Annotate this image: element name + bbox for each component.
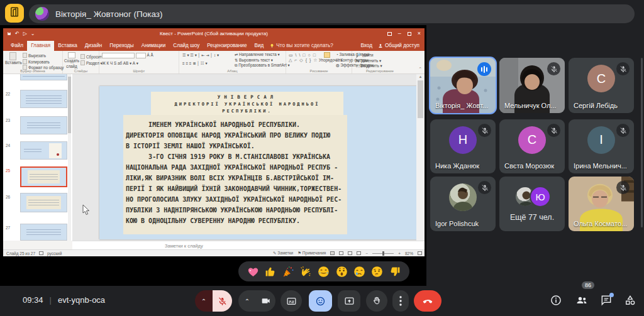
participant-tile[interactable]: І Ірина Мельнич...: [569, 119, 634, 173]
reactions-button[interactable]: [309, 290, 332, 312]
spellcheck-icon[interactable]: [39, 251, 43, 255]
astonished-face-icon[interactable]: [335, 265, 348, 278]
present-button[interactable]: [338, 290, 360, 312]
tab-home[interactable]: Главная: [27, 41, 54, 51]
slide-thumbnail-27[interactable]: [20, 224, 67, 241]
thumb-number-selected: 25: [6, 168, 10, 173]
participant-tile[interactable]: Вікторія_ Жовт...: [430, 58, 496, 113]
thumbs-up-icon[interactable]: [264, 265, 277, 278]
font-style-buttons[interactable]: Ж К Ч S аб АВ ▾ А ▾: [102, 61, 138, 67]
close-button[interactable]: ×: [418, 31, 421, 36]
ribbon-options-icon[interactable]: [387, 32, 392, 36]
slide-thumbnail-23[interactable]: [20, 116, 67, 134]
slide-thumbnail-partial[interactable]: [20, 74, 67, 80]
slide-scrollbar[interactable]: ▴: [416, 74, 425, 241]
font-size-box[interactable]: [136, 53, 146, 58]
app-logo[interactable]: [5, 4, 24, 23]
shapes-gallery[interactable]: ▭ \ \ □ ○ □△ ⌐ ◇ { } ☆: [289, 53, 318, 62]
restore-button[interactable]: [408, 32, 411, 36]
collapse-ribbon-icon[interactable]: ⌃: [418, 67, 422, 72]
people-button[interactable]: [575, 294, 589, 309]
ppt-window-title: Квест - PowerPoint (Сбой активации проду…: [3, 31, 425, 36]
smartart-button[interactable]: ⧉ Преобразовать в SmartArt ▾: [235, 63, 290, 68]
notes-pane[interactable]: Заметки к слайду: [72, 241, 425, 249]
participant-tile[interactable]: Н Ника Жданюк: [430, 119, 496, 173]
mic-options-button[interactable]: ⌃: [195, 290, 213, 312]
normal-view-icon[interactable]: [330, 251, 335, 255]
avatar: С: [518, 126, 546, 154]
party-popper-icon[interactable]: [282, 265, 295, 278]
select-button[interactable]: ⬚ Выделить ▾: [356, 63, 382, 69]
participant-tile[interactable]: Igor Polishcuk: [430, 177, 496, 231]
slide-thumbnail-22[interactable]: [20, 90, 67, 108]
tab-review[interactable]: Рецензирование: [203, 41, 250, 51]
slide-thumbnail-panel[interactable]: 22 23 24 25 26: [3, 74, 72, 241]
crying-face-icon[interactable]: [353, 265, 366, 278]
tab-view[interactable]: Вид: [251, 41, 268, 51]
slide-thumbnail-26[interactable]: [20, 193, 67, 212]
zoom-slider[interactable]: [372, 253, 394, 254]
info-button[interactable]: [550, 294, 562, 309]
more-options-button[interactable]: [392, 290, 409, 312]
cut-button[interactable]: Вырезать: [23, 53, 64, 59]
tab-file[interactable]: Файл: [7, 41, 27, 51]
align-text-button[interactable]: ⇅ Выровнять текст ▾: [235, 58, 290, 63]
copy-button[interactable]: Копировать: [23, 59, 64, 65]
slideshow-view-icon[interactable]: [357, 251, 361, 255]
arrange-button[interactable]: Упорядочить: [319, 52, 335, 63]
presentation-title-pill: Вікторія_ Жовтоног (Показ): [29, 4, 635, 23]
captions-button[interactable]: [280, 290, 302, 312]
notes-toggle[interactable]: ✎ Заметки: [273, 251, 293, 256]
slide-thumbnail-25-selected[interactable]: [20, 166, 67, 187]
tab-insert[interactable]: Вставка: [54, 41, 80, 51]
participant-tile[interactable]: С Свєта Морозюк: [499, 119, 565, 173]
camera-button[interactable]: [256, 290, 275, 312]
thumbnail-scrollbar[interactable]: [68, 74, 71, 241]
share-button[interactable]: Общий доступ: [378, 43, 419, 48]
minimize-button[interactable]: –: [398, 31, 401, 36]
replace-button[interactable]: ↹ Заменить ▾: [356, 58, 382, 64]
thinking-face-icon[interactable]: [370, 265, 384, 278]
participant-tile[interactable]: Ольга Космато...: [569, 177, 634, 231]
new-slide-button[interactable]: Создать слайд: [64, 52, 80, 69]
zoom-in-icon[interactable]: +: [398, 251, 401, 256]
tell-me-box[interactable]: Что вы хотите сделать?: [270, 43, 333, 51]
present-icon: [344, 296, 355, 307]
font-name-box[interactable]: [102, 53, 135, 58]
find-button[interactable]: 🔎 Найти: [356, 53, 382, 58]
tab-transitions[interactable]: Переходы: [106, 41, 137, 51]
participants-scrollbar[interactable]: [641, 58, 643, 227]
paste-button[interactable]: Вставить: [5, 52, 20, 66]
tab-design[interactable]: Дизайн: [81, 41, 106, 51]
reading-view-icon[interactable]: [348, 251, 352, 255]
face-with-tears-of-joy-icon[interactable]: [317, 265, 330, 278]
participant-tile[interactable]: С Сергій Лебідь: [569, 58, 634, 113]
chat-button[interactable]: [600, 294, 613, 309]
slide-sorter-icon[interactable]: [339, 251, 343, 255]
camera-options-button[interactable]: ⌃: [238, 290, 256, 312]
zoom-out-icon[interactable]: −: [365, 251, 368, 256]
comments-toggle[interactable]: ⚑ Примечания: [297, 251, 326, 256]
slide-canvas: УНІВЕРСАЛ ДИРЕКТОРІЇ УКРАЇНСЬКОЇ НАРОДНЬ…: [72, 74, 416, 241]
fit-to-window-icon[interactable]: [418, 251, 422, 255]
align-buttons[interactable]: ≡ ≡ ≡ ≣ │ ☷ ▾: [182, 61, 208, 67]
zoom-level[interactable]: 82%: [405, 251, 413, 256]
participant-tile[interactable]: Мельничук Ол...: [499, 58, 565, 113]
activities-button[interactable]: [624, 294, 636, 309]
tab-slideshow[interactable]: Слайд шоу: [169, 41, 203, 51]
overflow-participants-tile[interactable]: Ю Ещё 77 чел.: [499, 177, 565, 231]
language-indicator[interactable]: русский: [47, 251, 62, 256]
raise-hand-button[interactable]: [366, 290, 387, 312]
sparkling-heart-icon[interactable]: [247, 265, 260, 278]
chevron-up-icon: ⌃: [201, 298, 206, 305]
clapping-hands-icon[interactable]: [299, 265, 313, 278]
end-call-button[interactable]: [414, 290, 441, 312]
sign-in-button[interactable]: Вход: [360, 43, 372, 48]
slide-thumbnail-24[interactable]: [20, 141, 67, 160]
mic-mute-button[interactable]: [213, 290, 232, 312]
thumbs-down-icon[interactable]: [388, 265, 401, 278]
current-slide[interactable]: УНІВЕРСАЛ ДИРЕКТОРІЇ УКРАЇНСЬКОЇ НАРОДНЬ…: [99, 86, 418, 239]
text-direction-button[interactable]: ⇄ Направление текста ▾: [235, 52, 290, 58]
list-buttons[interactable]: ☰ ▾ ☰ ▾ │ ⇤ ⇥ │ ↕ ▾: [182, 53, 219, 58]
tab-animations[interactable]: Анимации: [138, 41, 170, 51]
